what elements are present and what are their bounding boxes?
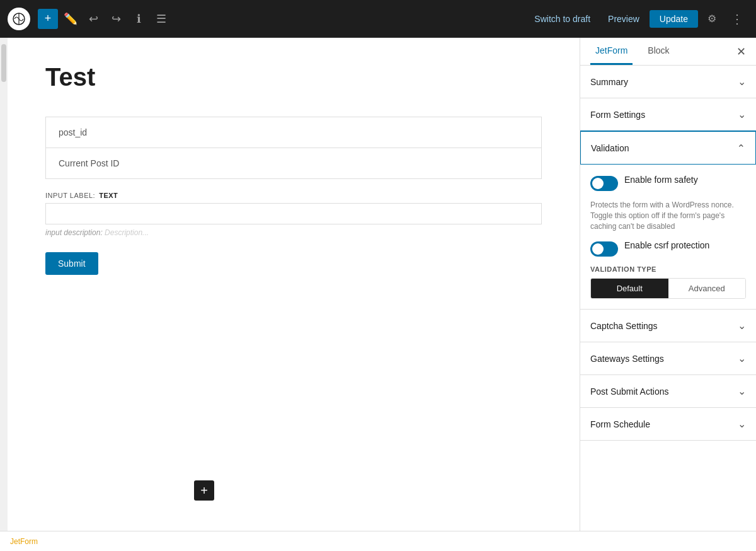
accordion-validation: Validation ⌄ Enable form safety Protects… bbox=[580, 131, 756, 310]
settings-button[interactable]: ⚙ bbox=[701, 8, 723, 30]
sidebar-close-button[interactable]: ✕ bbox=[736, 45, 746, 59]
list-view-button[interactable]: ☰ bbox=[151, 9, 171, 29]
accordion-summary: Summary ⌄ bbox=[580, 66, 756, 98]
enable-csrf-row: Enable csrf protection bbox=[590, 240, 746, 257]
enable-form-safety-toggle[interactable] bbox=[590, 176, 618, 191]
input-label-type: TEXT bbox=[99, 192, 118, 199]
wp-logo bbox=[8, 8, 30, 30]
accordion-summary-label: Summary bbox=[590, 77, 628, 87]
enable-form-safety-row: Enable form safety bbox=[590, 175, 746, 191]
sidebar-tabs: JetForm Block ✕ bbox=[580, 38, 756, 66]
accordion-gateways-label: Gateways Settings bbox=[590, 354, 664, 364]
accordion-gateways-header[interactable]: Gateways Settings ⌄ bbox=[580, 342, 756, 374]
validation-type-label: VALIDATION TYPE bbox=[590, 265, 746, 273]
accordion-summary-header[interactable]: Summary ⌄ bbox=[580, 66, 756, 98]
input-label-prefix: INPUT LABEL: bbox=[45, 192, 95, 199]
accordion-form-settings-label: Form Settings bbox=[590, 110, 645, 120]
submit-button[interactable]: Submit bbox=[45, 252, 98, 275]
text-input[interactable] bbox=[45, 203, 542, 224]
scrollbar[interactable] bbox=[0, 38, 8, 531]
accordion-captcha-label: Captcha Settings bbox=[590, 321, 658, 331]
accordion-form-settings: Form Settings ⌄ bbox=[580, 98, 756, 131]
chevron-up-icon: ⌄ bbox=[737, 142, 745, 154]
validation-type-control: Default Advanced bbox=[590, 278, 746, 299]
update-button[interactable]: Update bbox=[650, 10, 698, 28]
input-description: input description: Description... bbox=[45, 228, 542, 237]
sidebar: JetForm Block ✕ Summary ⌄ Form Settings … bbox=[580, 38, 756, 531]
field-name: post_id bbox=[46, 117, 541, 148]
info-button[interactable]: ℹ bbox=[129, 9, 149, 29]
page-title: Test bbox=[45, 63, 542, 91]
accordion-post-submit: Post Submit Actions ⌄ bbox=[580, 375, 756, 408]
chevron-down-icon: ⌄ bbox=[738, 108, 746, 120]
toggle1-text: Enable form safety bbox=[624, 175, 698, 185]
toolbar: + ✏️ ↩ ↪ ℹ ☰ Switch to draft Preview Upd… bbox=[0, 0, 756, 38]
accordion-form-schedule-header[interactable]: Form Schedule ⌄ bbox=[580, 408, 756, 440]
redo-button[interactable]: ↪ bbox=[106, 9, 126, 29]
chevron-down-icon: ⌄ bbox=[738, 320, 746, 332]
accordion-validation-label: Validation bbox=[591, 143, 629, 153]
switch-to-draft-button[interactable]: Switch to draft bbox=[527, 10, 598, 28]
toggle1-desc: Protects the form with a WordPress nonce… bbox=[590, 200, 746, 231]
accordion-captcha: Captcha Settings ⌄ bbox=[580, 310, 756, 342]
more-options-button[interactable]: ⋮ bbox=[726, 8, 748, 30]
main-layout: Test post_id Current Post ID INPUT LABEL… bbox=[0, 38, 756, 531]
chevron-down-icon: ⌄ bbox=[738, 385, 746, 397]
accordion-form-schedule-label: Form Schedule bbox=[590, 419, 650, 429]
seg-default-button[interactable]: Default bbox=[591, 279, 668, 298]
chevron-down-icon: ⌄ bbox=[738, 352, 746, 364]
add-block-button[interactable]: + bbox=[38, 9, 58, 29]
status-bar: JetForm bbox=[0, 531, 756, 551]
accordion-post-submit-label: Post Submit Actions bbox=[590, 386, 669, 397]
undo-button[interactable]: ↩ bbox=[83, 9, 103, 29]
toggle1-label: Enable form safety bbox=[624, 175, 698, 185]
validation-content: Enable form safety Protects the form wit… bbox=[580, 165, 756, 309]
accordion-captcha-header[interactable]: Captcha Settings ⌄ bbox=[580, 310, 756, 342]
input-desc-placeholder: Description... bbox=[105, 228, 149, 237]
seg-advanced-button[interactable]: Advanced bbox=[668, 279, 746, 298]
preview-button[interactable]: Preview bbox=[600, 10, 647, 28]
input-label-row: INPUT LABEL: TEXT bbox=[45, 192, 542, 199]
accordion-validation-header[interactable]: Validation ⌄ bbox=[580, 130, 756, 165]
editor-area: Test post_id Current Post ID INPUT LABEL… bbox=[8, 38, 580, 531]
form-field-post-id: post_id Current Post ID bbox=[45, 117, 542, 179]
floating-add-button[interactable]: + bbox=[194, 480, 214, 501]
toggle2-text: Enable csrf protection bbox=[624, 240, 709, 250]
status-label: JetForm bbox=[10, 537, 38, 546]
toggle2-label: Enable csrf protection bbox=[624, 240, 709, 250]
tab-block[interactable]: Block bbox=[643, 38, 674, 65]
edit-icon-button[interactable]: ✏️ bbox=[60, 9, 81, 29]
chevron-down-icon: ⌄ bbox=[738, 76, 746, 88]
accordion-post-submit-header[interactable]: Post Submit Actions ⌄ bbox=[580, 375, 756, 407]
field-label-text: Current Post ID bbox=[59, 158, 119, 168]
enable-csrf-toggle[interactable] bbox=[590, 241, 618, 257]
field-name-text: post_id bbox=[59, 127, 87, 137]
accordion-form-settings-header[interactable]: Form Settings ⌄ bbox=[580, 98, 756, 130]
accordion-form-schedule: Form Schedule ⌄ bbox=[580, 408, 756, 441]
accordion-gateways: Gateways Settings ⌄ bbox=[580, 342, 756, 375]
field-label: Current Post ID bbox=[46, 148, 541, 178]
scrollbar-thumb[interactable] bbox=[1, 44, 6, 82]
chevron-down-icon: ⌄ bbox=[738, 418, 746, 430]
tab-jetform[interactable]: JetForm bbox=[590, 38, 633, 65]
